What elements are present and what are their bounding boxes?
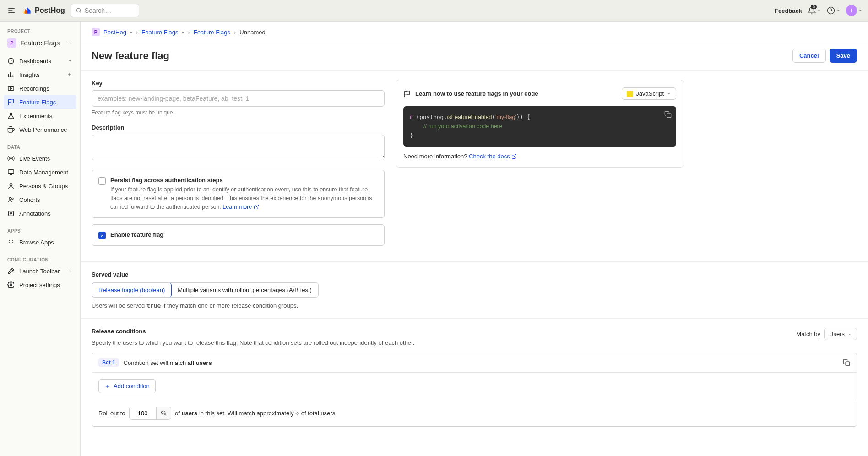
svg-rect-5 xyxy=(8,170,14,174)
learn-more-link[interactable]: Learn more xyxy=(222,204,259,210)
sidebar-item-project-settings[interactable]: Project settings xyxy=(4,278,76,292)
users-icon xyxy=(7,196,15,203)
svg-point-11 xyxy=(11,240,11,241)
sidebar-item-label: Persons & Groups xyxy=(19,183,68,190)
sidebar-item-persons-groups[interactable]: Persons & Groups xyxy=(4,179,76,193)
svg-point-4 xyxy=(11,158,12,159)
feedback-link[interactable]: Feedback xyxy=(775,7,802,14)
description-input[interactable] xyxy=(92,135,385,160)
cancel-button[interactable]: Cancel xyxy=(792,49,826,63)
notifications-button[interactable]: 0 xyxy=(808,6,821,15)
logo-text: PostHog xyxy=(35,6,65,15)
user-menu[interactable]: I xyxy=(846,5,863,16)
breadcrumbs: P PostHog ▾ › Feature Flags ▾ › Feature … xyxy=(81,22,868,43)
svg-point-6 xyxy=(10,184,12,186)
sidebar-item-recordings[interactable]: Recordings xyxy=(4,81,76,95)
svg-rect-22 xyxy=(846,362,850,366)
project-selector[interactable]: P Feature Flags xyxy=(4,36,76,50)
sidebar-heading: CONFIGURATION xyxy=(4,255,76,264)
sidebar-item-label: Annotations xyxy=(19,210,51,217)
sidebar-item-web-performance[interactable]: Web Performance xyxy=(4,123,76,136)
chart-icon xyxy=(7,71,15,78)
persist-title: Persist flag across authentication steps xyxy=(110,177,378,184)
sidebar-item-live-events[interactable]: Live Events xyxy=(4,152,76,165)
sidebar-item-browse-apps[interactable]: Browse Apps xyxy=(4,235,76,249)
play-icon xyxy=(7,85,15,92)
loading-icon: ⟡ xyxy=(295,410,299,417)
enable-title: Enable feature flag xyxy=(110,231,378,238)
chevron-down-icon: ▾ xyxy=(130,30,132,35)
project-badge: P xyxy=(7,38,16,48)
plus-icon[interactable] xyxy=(66,71,73,78)
breadcrumb-current: Unnamed xyxy=(239,29,265,36)
user-icon xyxy=(7,182,15,190)
sidebar-item-annotations[interactable]: Annotations xyxy=(4,206,76,220)
percent-addon: % xyxy=(157,407,172,420)
svg-point-10 xyxy=(9,240,10,241)
svg-point-17 xyxy=(11,244,11,244)
breadcrumb-link[interactable]: Feature Flags xyxy=(194,29,230,36)
breadcrumb-link[interactable]: PostHog xyxy=(103,29,126,36)
sidebar-item-cohorts[interactable]: Cohorts xyxy=(4,193,76,206)
code-snippet: if (posthog.isFeatureEnabled('my-flag'))… xyxy=(403,106,676,147)
chevron-down-icon xyxy=(67,268,73,274)
toggle-multivariate[interactable]: Multiple variants with rollout percentag… xyxy=(171,283,318,297)
svg-point-16 xyxy=(9,244,10,244)
served-value-toggle: Release toggle (boolean) Multiple varian… xyxy=(92,282,319,298)
sidebar-item-insights[interactable]: Insights xyxy=(4,68,76,81)
sidebar-item-feature-flags[interactable]: Feature Flags xyxy=(4,95,76,109)
svg-point-19 xyxy=(10,284,12,286)
menu-toggle[interactable] xyxy=(5,5,17,16)
sidebar-item-label: Project settings xyxy=(19,282,60,288)
breadcrumb-link[interactable]: Feature Flags xyxy=(141,29,178,36)
key-hint: Feature flag keys must be unique xyxy=(92,109,385,116)
breadcrumb-sep: › xyxy=(136,29,138,36)
notification-count: 0 xyxy=(811,5,817,9)
project-name: Feature Flags xyxy=(20,39,60,47)
flag-icon xyxy=(7,98,15,106)
sidebar-item-label: Dashboards xyxy=(19,58,51,65)
logo[interactable]: PostHog xyxy=(23,6,65,15)
svg-rect-21 xyxy=(667,114,671,118)
svg-point-8 xyxy=(12,198,13,199)
copy-set-button[interactable] xyxy=(843,359,850,366)
search-input[interactable]: Search… xyxy=(71,4,139,17)
rollout-label: Roll out to xyxy=(98,410,125,417)
served-value-title: Served value xyxy=(92,271,857,278)
save-button[interactable]: Save xyxy=(830,49,857,63)
enable-checkbox[interactable]: ✓ xyxy=(98,232,106,239)
gear-icon xyxy=(7,281,15,288)
chevron-down-icon xyxy=(67,58,73,64)
info-title: Learn how to use feature flags in your c… xyxy=(415,90,617,97)
key-input[interactable] xyxy=(92,90,385,107)
match-by-select[interactable]: Users xyxy=(824,328,857,340)
copy-code-button[interactable] xyxy=(664,111,672,118)
match-by-label: Match by xyxy=(796,331,820,337)
toggle-boolean[interactable]: Release toggle (boolean) xyxy=(92,282,172,298)
sidebar-item-label: Browse Apps xyxy=(19,239,54,246)
sidebar-item-data-management[interactable]: Data Management xyxy=(4,165,76,179)
svg-point-18 xyxy=(12,244,13,244)
flask-icon xyxy=(7,112,15,119)
sidebar-item-label: Insights xyxy=(19,71,40,78)
language-select[interactable]: JavaScript xyxy=(622,87,676,100)
svg-point-7 xyxy=(9,197,11,199)
sidebar-item-label: Launch Toolbar xyxy=(19,268,60,275)
search-placeholder: Search… xyxy=(85,7,111,14)
sidebar-item-label: Feature Flags xyxy=(19,99,56,106)
sidebar-item-dashboards[interactable]: Dashboards xyxy=(4,54,76,68)
monitor-icon xyxy=(7,168,15,176)
help-button[interactable] xyxy=(827,6,841,15)
rollout-text: of users in this set. Will match approxi… xyxy=(175,410,337,417)
sidebar-item-label: Data Management xyxy=(19,169,68,176)
add-condition-button[interactable]: Add condition xyxy=(98,379,156,393)
sidebar-item-experiments[interactable]: Experiments xyxy=(4,109,76,123)
persist-checkbox[interactable] xyxy=(98,177,106,185)
page-title: New feature flag xyxy=(92,50,169,62)
tools-icon xyxy=(7,267,15,275)
gauge-icon xyxy=(7,57,15,65)
sidebar-item-launch-toolbar[interactable]: Launch Toolbar xyxy=(4,264,76,278)
rollout-input[interactable] xyxy=(129,407,157,420)
svg-point-13 xyxy=(9,242,10,243)
docs-link[interactable]: Check the docs xyxy=(469,153,517,160)
